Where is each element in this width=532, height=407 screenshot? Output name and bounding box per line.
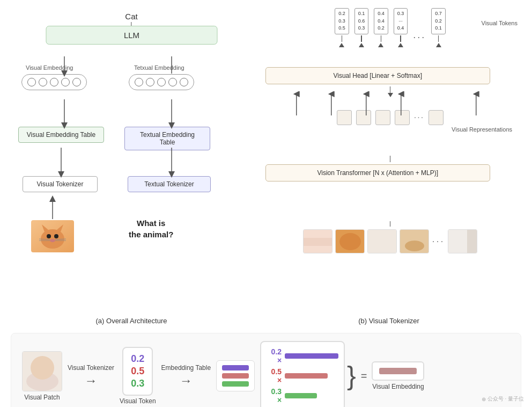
vit-box: Vision Transformer [N x (Attention + MLP… (265, 164, 490, 181)
patch-2 (335, 229, 365, 253)
patch-3 (367, 229, 397, 253)
vit-area: Vision Transformer [N x (Attention + MLP… (265, 156, 515, 181)
svg-rect-31 (467, 230, 477, 253)
cat-image-area (31, 220, 74, 254)
token-col-2: 0.10.60.3 (354, 8, 369, 47)
svg-point-3 (54, 234, 58, 238)
question-line1: What is (129, 217, 173, 229)
tcircle-5 (180, 78, 188, 86)
mult-box: 0.2 × 0.5 × 0.3 × (260, 341, 345, 407)
equals-sign: = (361, 370, 367, 382)
svg-point-4 (50, 239, 55, 242)
repr-arrows-svg (265, 91, 515, 118)
patch-svg-2 (336, 230, 365, 253)
mult-val-purple: 0.2 × (267, 347, 282, 365)
svg-point-2 (47, 234, 51, 238)
token-vec-4: 0.3···0.4 (394, 8, 408, 34)
bar-long-green (285, 393, 317, 398)
svg-rect-24 (304, 238, 332, 246)
embed-table-label: Embedding Table (161, 364, 211, 372)
embed-bars-area (216, 360, 255, 391)
token-arrowhead-3 (378, 43, 383, 47)
visual-embedding-table-box: Visual Embedding Table (18, 127, 104, 143)
patches-row: ··· (265, 229, 515, 253)
result-area: Visual Embedding (372, 361, 424, 390)
circle-4 (61, 78, 70, 86)
textual-tokenizer-box: Textual Tokenizer (128, 176, 211, 192)
token-arrowhead-5 (436, 43, 441, 47)
token-arrowhead-4 (398, 43, 403, 47)
textual-circles (129, 74, 194, 90)
token-arrow-5 (438, 35, 439, 42)
llm-label: LLM (46, 26, 218, 45)
result-bar (379, 368, 417, 374)
patch-svg-last (448, 230, 477, 253)
patch-1 (303, 229, 332, 253)
token-val-1: 0.2 (131, 353, 144, 365)
top-section: Cat LLM Visual Embedding Tetxual Embeddi… (11, 5, 521, 328)
token-vec-5: 0.70.20.1 (431, 8, 446, 34)
patch-svg-3 (368, 230, 397, 253)
token-arrow-3 (381, 35, 382, 42)
left-panel: Cat LLM Visual Embedding Tetxual Embeddi… (11, 5, 252, 328)
token-col-5: 0.70.20.1 (431, 8, 446, 47)
circle-1 (27, 78, 36, 86)
token-vec-1: 0.20.30.5 (335, 8, 349, 34)
svg-point-26 (339, 233, 361, 250)
cat-label: Cat (125, 12, 137, 21)
patches-dots: ··· (432, 236, 445, 247)
visual-embedding-label: Visual Embedding (26, 64, 73, 71)
visual-circles-row (21, 74, 87, 90)
token-arrowhead-2 (359, 43, 364, 47)
token-val-3: 0.3 (131, 378, 144, 389)
watermark: ⊕ 公众号 · 量子位 (482, 395, 524, 403)
textual-embedding-table-box: Textual Embedding Table (124, 127, 210, 150)
bar-long-purple (285, 353, 338, 359)
mult-row-2: 0.5 × (267, 367, 338, 384)
bar-purple-1 (222, 365, 249, 370)
mult-row-3: 0.3 × (267, 387, 338, 404)
visual-patch-svg (23, 352, 62, 391)
visual-embedding-area: 0.2 × 0.5 × 0.3 × } = (260, 341, 424, 407)
visual-patch-area: Visual Patch (22, 351, 62, 401)
llm-box: LLM (46, 26, 202, 45)
visual-repr-label: Visual Representations (452, 126, 512, 133)
watermark-text: 公众号 · 量子位 (487, 395, 524, 403)
question-line2: the animal? (129, 229, 173, 240)
visual-token-area: 0.2 0.5 0.3 Visual Token (120, 347, 156, 405)
left-caption: (a) Overall Architecture (96, 317, 167, 325)
tcircle-3 (157, 78, 166, 86)
visual-head-box: Visual Head [Linear + Softmax] (265, 67, 490, 84)
patch-last (448, 229, 477, 253)
tcircle-4 (168, 78, 177, 86)
token-col-4: 0.3···0.4 (394, 8, 408, 47)
bottom-section: Visual Patch Visual Tokenizer → 0.2 0.5 … (11, 333, 521, 407)
visual-embedding-result-label: Visual Embedding (372, 383, 424, 390)
cat-image-svg (31, 220, 74, 252)
left-arch-arrows (11, 5, 252, 328)
vit-label: Vision Transformer [N x (Attention + MLP… (317, 169, 438, 177)
patch-svg-4 (400, 230, 429, 253)
main-container: Cat LLM Visual Embedding Tetxual Embeddi… (0, 0, 532, 407)
textual-embedding-table-label: Textual Embedding Table (124, 127, 210, 150)
circle-3 (50, 78, 58, 86)
textual-tokenizer-label: Textual Tokenizer (128, 176, 211, 192)
tokenizer-arrow-area: Visual Tokenizer → (68, 364, 114, 388)
bar-green-1 (222, 381, 249, 387)
watermark-icon: ⊕ (482, 396, 486, 402)
token-arrow-4 (400, 35, 401, 42)
visual-token-label: Visual Token (120, 397, 156, 405)
bar-red-1 (222, 373, 249, 379)
visual-patch-label: Visual Patch (24, 394, 60, 401)
token-arrow-2 (361, 35, 362, 42)
visual-head-label: Visual Head [Linear + Softmax] (333, 72, 422, 79)
svg-rect-27 (368, 230, 397, 253)
visual-tokenizer-label: Visual Tokenizer (23, 176, 98, 192)
visual-tokenizer-box: Visual Tokenizer (23, 176, 98, 192)
svg-point-29 (405, 241, 424, 251)
circle-2 (39, 78, 47, 86)
token-values-box: 0.2 0.5 0.3 (122, 347, 153, 396)
token-col-3: 0.40.40.2 (374, 8, 388, 47)
tcircle-2 (146, 78, 154, 86)
vit-up-line (390, 156, 391, 162)
